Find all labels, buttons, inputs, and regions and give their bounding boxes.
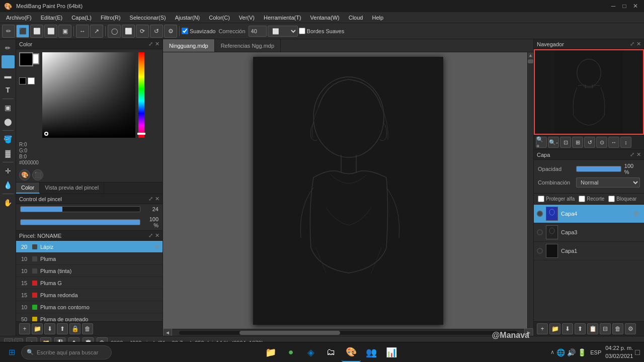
blend-mode-select[interactable]: Normal Multiplicar Pantalla	[576, 177, 640, 188]
brush-delete-btn[interactable]: 🗑	[82, 323, 93, 334]
layer-item-capa3[interactable]: Capa3	[534, 223, 644, 242]
opacity-slider[interactable]	[20, 219, 140, 225]
nav-flip-h-btn[interactable]: ↔	[608, 137, 619, 148]
h-scroll-thumb[interactable]	[239, 331, 340, 335]
h-scroll-track[interactable]	[179, 331, 517, 335]
tool-lasso-btn[interactable]: ⬜	[122, 25, 135, 38]
shape-tool[interactable]: ▬	[2, 69, 15, 82]
foreground-color-swatch[interactable]	[19, 52, 33, 66]
v-scroll-thumb[interactable]	[528, 59, 533, 63]
brush-control-close[interactable]: ✕	[155, 196, 159, 202]
canvas-tab-ningguang[interactable]: Ningguang.mdp	[163, 39, 215, 52]
bordes-suaves-checkbox[interactable]: Bordes Suaves	[299, 28, 345, 34]
suavizado-checkbox[interactable]: Suavizado	[182, 28, 215, 34]
recorte-checkbox[interactable]: Recorte	[579, 196, 604, 202]
taskbar-search[interactable]: 🔍 Escribe aquí para buscar	[21, 345, 112, 359]
layer-merge-btn[interactable]: ⊟	[600, 323, 611, 334]
hue-slider[interactable]	[138, 52, 144, 138]
layer-copy-btn[interactable]: 📋	[587, 323, 598, 334]
tool-pencil-btn[interactable]: ✏	[2, 25, 15, 38]
nav-zoom-in-btn[interactable]: 🔍+	[536, 137, 547, 148]
brush-item-pluma[interactable]: 10 Pluma	[16, 253, 163, 265]
color-wheel-btn[interactable]: 🎨	[19, 169, 30, 180]
brush-lock-btn[interactable]: 🔒	[69, 323, 80, 334]
taskbar-vscode[interactable]: ◈	[301, 343, 320, 362]
move-tool[interactable]: ✛	[2, 164, 15, 177]
correccion-input[interactable]	[249, 26, 267, 37]
brush-settings-lapiz[interactable]: ⚙	[154, 243, 159, 250]
taskbar-language[interactable]: ESP	[588, 348, 603, 356]
menu-cloud[interactable]: Cloud	[345, 14, 367, 22]
brush-item-pluma-g[interactable]: 15 Pluma G	[16, 277, 163, 289]
draw-tool[interactable]: ✏	[2, 41, 15, 54]
canvas-container[interactable]	[163, 52, 533, 329]
correccion-select[interactable]: ⬜	[268, 26, 298, 37]
gradient-tool[interactable]: ▓	[2, 147, 15, 160]
notification-btn[interactable]: □	[635, 348, 640, 357]
tool-eraser-btn[interactable]: ⬜	[30, 25, 43, 38]
menu-filtro[interactable]: Filtro(R)	[97, 14, 125, 22]
tool-gear-btn[interactable]: ⚙	[164, 25, 177, 38]
taskbar-file-explorer[interactable]: 📁	[261, 343, 280, 362]
maximize-button[interactable]: □	[620, 2, 629, 11]
brush-control-expand[interactable]: ⤢	[148, 196, 153, 202]
lasso-tool[interactable]: ⬤	[2, 115, 15, 128]
brush-item-lapiz[interactable]: 20 Lápiz ⚙	[16, 241, 163, 253]
taskbar-medibang[interactable]: 🎨	[342, 343, 361, 362]
brush-folder-btn[interactable]: 📁	[32, 323, 43, 334]
tool-wand-btn[interactable]: ⟳	[136, 25, 149, 38]
menu-editar[interactable]: Editar(E)	[37, 14, 66, 22]
bloquear-checkbox[interactable]: Bloquear	[608, 196, 636, 202]
tool-brush-btn[interactable]: ⬛	[16, 25, 29, 38]
menu-herramienta[interactable]: Herramienta(T)	[260, 14, 305, 22]
reset-color-icon[interactable]	[28, 77, 35, 84]
color-gradient-area[interactable]	[42, 52, 135, 138]
menu-help[interactable]: Help	[368, 14, 387, 22]
brush-panel-close[interactable]: ✕	[155, 232, 159, 239]
nav-fit-btn[interactable]: ⊡	[560, 137, 571, 148]
select-tool[interactable]: ▣	[2, 101, 15, 114]
layer-panel-expand[interactable]: ⤢	[630, 151, 634, 158]
brush-item-pluma-punteado[interactable]: 50 Pluma de punteado	[16, 313, 163, 321]
tool-select-rect-btn[interactable]: ▣	[58, 25, 71, 38]
brush-panel-expand[interactable]: ⤢	[148, 232, 153, 239]
menu-seleccionar[interactable]: Seleccionar(S)	[126, 14, 170, 22]
size-slider[interactable]	[20, 206, 140, 212]
layer-item-capa1[interactable]: Capa1	[534, 242, 644, 260]
menu-archivo[interactable]: Archivo(F)	[2, 14, 36, 22]
color-panel-expand[interactable]: ⤢	[148, 41, 153, 47]
close-button[interactable]: ✕	[631, 2, 640, 11]
layer-vis-capa4[interactable]	[537, 211, 543, 217]
bucket-tool[interactable]: 🪣	[2, 133, 15, 146]
start-button[interactable]: ⊞	[4, 345, 19, 360]
nav-rotate-ccw-btn[interactable]: ↺	[584, 137, 595, 148]
brush-export-btn[interactable]: ⬆	[57, 323, 68, 334]
taskbar-explorer2[interactable]: 🗂	[321, 343, 341, 362]
swap-color-icon[interactable]	[19, 77, 26, 84]
nav-actual-size-btn[interactable]: ⊞	[572, 137, 583, 148]
layer-folder-btn[interactable]: 📁	[549, 323, 560, 334]
nav-zoom-out-btn[interactable]: 🔍-	[548, 137, 559, 148]
layer-export-btn[interactable]: ⬆	[575, 323, 586, 334]
canvas-tab-referencias[interactable]: Referencias Ngg.mdp	[215, 39, 281, 52]
tab-preview[interactable]: Vista previa del pincel	[40, 183, 104, 194]
menu-ajustar[interactable]: Ajustar(N)	[171, 14, 204, 22]
layer-vis-capa1[interactable]	[537, 248, 543, 254]
tool-transform-btn[interactable]: ↗	[90, 25, 103, 38]
brush-tool[interactable]	[2, 55, 15, 68]
tool-move-btn[interactable]: ↔	[76, 25, 89, 38]
layer-settings-capa4[interactable]: ⚙	[632, 209, 641, 218]
minimize-button[interactable]: ─	[609, 2, 618, 11]
layer-panel-close[interactable]: ✕	[636, 151, 641, 158]
color-palette-btn[interactable]: ⬛	[32, 169, 43, 180]
layer-settings-btn[interactable]: ⚙	[625, 323, 636, 334]
navigator-expand[interactable]: ⤢	[630, 41, 634, 47]
hand-tool[interactable]: ✋	[2, 196, 15, 209]
color-panel-close[interactable]: ✕	[155, 41, 159, 47]
taskbar-chrome[interactable]: ●	[281, 343, 300, 362]
volume-icon[interactable]: 🔊	[567, 348, 576, 356]
layer-opacity-slider[interactable]	[576, 166, 621, 172]
tool-fill-btn[interactable]: ⬜	[44, 25, 57, 38]
layer-item-capa4[interactable]: Capa4 ⚙	[534, 205, 644, 223]
taskbar-powerpoint[interactable]: 📊	[382, 343, 401, 362]
